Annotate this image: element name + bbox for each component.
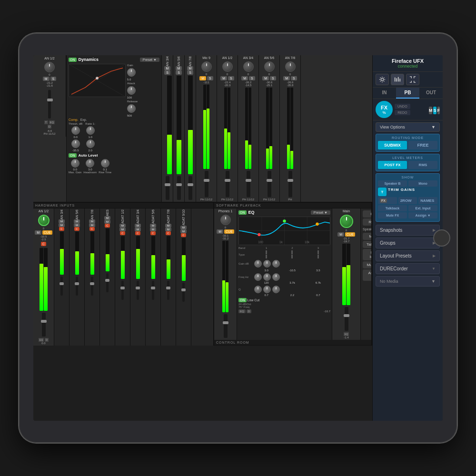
ch-mute-an12[interactable]: M (43, 77, 50, 81)
ch-s-an78r[interactable]: S (291, 76, 297, 80)
ch-m-an56[interactable]: M (176, 66, 182, 70)
row2-btn[interactable]: 2ROW (398, 197, 417, 204)
thresh-knob2[interactable] (71, 139, 80, 148)
ch-m-an56r[interactable]: M (262, 76, 269, 80)
hw-m-an12[interactable]: M (35, 230, 41, 235)
show-talkback[interactable]: Talkback (378, 205, 407, 211)
hw-m-aes[interactable]: M (104, 216, 110, 220)
dynamics-on[interactable]: ON (69, 58, 77, 62)
home-button[interactable] (433, 229, 450, 247)
show-mute-fx[interactable]: Mute FX (378, 212, 407, 218)
hw-m2-an56[interactable]: M (74, 223, 80, 227)
eq-freq-knob1[interactable] (254, 273, 262, 281)
cr-mono[interactable]: Mono (363, 233, 371, 240)
lm-rms[interactable]: RMS (408, 161, 437, 169)
tab-pb[interactable]: PB (396, 88, 419, 99)
hw-m-adat910[interactable]: M (180, 226, 187, 229)
hw-c-aes[interactable]: C (105, 224, 109, 228)
hw-m2-an78[interactable]: M (89, 223, 95, 227)
routing-free[interactable]: FREE (408, 141, 437, 149)
thresh-knob1[interactable] (71, 126, 80, 135)
hw-m2-adat78[interactable]: M (165, 228, 171, 231)
show-speaker-b[interactable]: Speaker B (378, 180, 407, 187)
hw-c-an56[interactable]: C (74, 227, 79, 231)
ch-solo-an12[interactable]: S (50, 77, 57, 81)
ch-knob-an12r[interactable] (222, 61, 233, 72)
eq-gain-knob2[interactable] (263, 260, 271, 268)
hw-c-adat34[interactable]: C (135, 231, 140, 235)
eq-btn[interactable]: EQ (238, 309, 246, 313)
cr-talkback[interactable]: Talkback (363, 241, 371, 248)
main-m[interactable]: M (337, 232, 344, 237)
ratio-knob2[interactable] (86, 139, 95, 148)
ch-m-an78r[interactable]: M (283, 76, 290, 80)
eq-gain-knob1[interactable] (254, 260, 262, 268)
eq-q-knob1[interactable] (254, 286, 262, 293)
groups-item[interactable]: Groups ▶ (376, 238, 440, 248)
d-btn[interactable]: D (247, 309, 251, 313)
redo-btn[interactable]: REDO (395, 110, 410, 115)
dure-corder-item[interactable]: DURECorder ▼ (376, 263, 440, 274)
hw-m2-an34[interactable]: M (59, 223, 65, 227)
undo-btn[interactable]: UNDO (395, 104, 410, 109)
hw-m-adat12[interactable]: M (119, 224, 126, 228)
hw-m-an34[interactable]: M (59, 219, 65, 223)
hw-m-an56[interactable]: M (74, 219, 80, 223)
expand-icon-btn[interactable] (406, 74, 419, 85)
ch-s-mic9[interactable]: S (207, 76, 213, 80)
msf-f-btn[interactable]: F (437, 107, 440, 114)
hw-m-an78[interactable]: M (89, 219, 95, 223)
ch-s-an34r[interactable]: S (249, 76, 255, 80)
cr-recall[interactable]: Recall (363, 218, 371, 226)
hw-m2-adat56[interactable]: M (150, 228, 156, 231)
ch-s-an12r[interactable]: S (228, 76, 234, 80)
hw-c-adat12[interactable]: C (120, 231, 125, 235)
ch-m-an34[interactable]: M (164, 66, 171, 70)
eq-preset[interactable]: Preset▼ (311, 210, 330, 215)
show-mono[interactable]: Mono (408, 180, 437, 187)
cr-dim[interactable]: Dim (363, 210, 371, 218)
settings-icon-btn[interactable] (376, 74, 389, 85)
hw-c-an12[interactable]: C (41, 242, 46, 246)
ratio-knob1[interactable] (86, 126, 95, 135)
hw-cue-an12[interactable]: CUE (42, 230, 52, 235)
ch-knob-mic9[interactable] (201, 61, 212, 72)
ch-s-an34[interactable]: S (164, 70, 170, 75)
dynamics-preset[interactable]: Preset▼ (140, 58, 159, 62)
fx-button[interactable]: FX % (376, 101, 393, 118)
ch-m-an12r[interactable]: M (220, 76, 227, 80)
tab-out[interactable]: OUT (419, 88, 443, 99)
hw-m-adat78[interactable]: M (165, 224, 171, 228)
eq-q-knob3[interactable] (272, 286, 280, 293)
ch-knob-an12[interactable] (44, 62, 55, 72)
eq-on[interactable]: ON (238, 210, 247, 215)
view-options-btn[interactable]: View Options ▼ (376, 122, 440, 132)
hw-m-adat56[interactable]: M (150, 224, 156, 228)
hw-m2-adat910[interactable]: M (180, 229, 187, 233)
ch-s-an56r[interactable]: S (270, 76, 276, 80)
ch-knob-an78r[interactable] (285, 61, 296, 72)
t-button[interactable]: T (378, 188, 387, 196)
ch-s-an78[interactable]: S (187, 70, 193, 75)
eq-gain-knob3[interactable] (272, 260, 280, 268)
msf-s-btn[interactable]: S (433, 107, 436, 114)
release-knob[interactable] (127, 104, 136, 113)
fx-row-btn[interactable]: FX (378, 197, 397, 204)
cr-assign[interactable]: Assign ▼ (363, 269, 371, 281)
ch-m-an34r[interactable]: M (241, 76, 248, 80)
attack-knob[interactable] (127, 86, 136, 95)
phones-m[interactable]: M (217, 229, 223, 234)
gain-knob[interactable] (127, 68, 136, 77)
phones-knob[interactable] (220, 215, 231, 225)
eq-q-knob2[interactable] (263, 286, 271, 293)
hw-m-adat34[interactable]: M (135, 224, 141, 228)
max-gain-knob[interactable] (71, 159, 79, 168)
routing-submix[interactable]: SUBMIX (378, 141, 407, 149)
hw-m2-adat12[interactable]: M (119, 228, 126, 231)
low-cut-on[interactable]: ON (238, 298, 247, 302)
cr-ext-input[interactable]: Ext. Input (363, 249, 371, 260)
hw-c-adat56[interactable]: C (150, 231, 155, 235)
mixer-icon-btn[interactable] (391, 74, 404, 85)
lm-post-fx[interactable]: POST FX (378, 161, 407, 169)
cr-mute-fx[interactable]: Mute FX (363, 261, 371, 268)
